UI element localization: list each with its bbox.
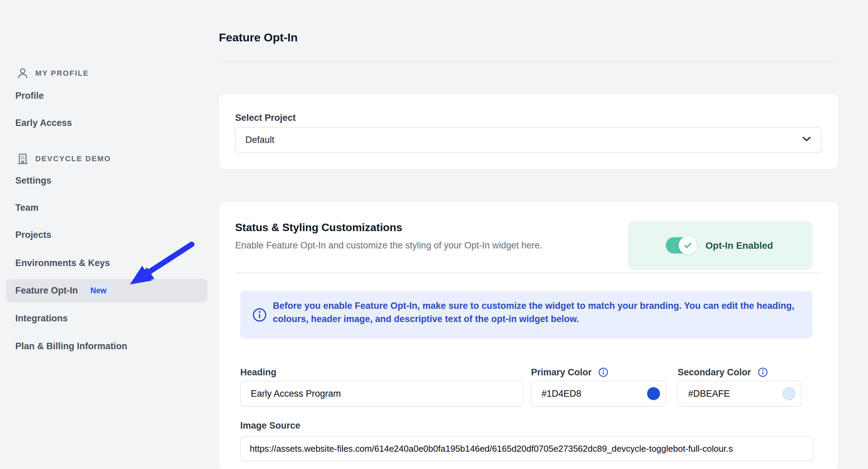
toggle-knob [679, 236, 697, 255]
main-content: Feature Opt-In Select Project Default St… [219, 0, 838, 469]
select-project-label: Select Project [235, 112, 296, 123]
sidebar-item-integrations[interactable]: Integrations [15, 312, 68, 325]
opt-in-status-panel: Opt-In Enabled [628, 221, 813, 270]
primary-color-value: #1D4ED8 [542, 389, 581, 399]
info-banner: Before you enable Feature Opt-In, make s… [240, 291, 812, 338]
header-divider [219, 61, 838, 62]
project-select[interactable]: Default [235, 127, 822, 152]
person-icon [18, 68, 28, 79]
sidebar-item-label: Feature Opt-In [15, 285, 78, 296]
status-styling-card: Status & Styling Customizations Enable F… [219, 202, 838, 469]
primary-color-input[interactable]: #1D4ED8 [531, 381, 666, 407]
image-source-input[interactable]: https://assets.website-files.com/614e240… [240, 436, 814, 461]
heading-input[interactable]: Early Access Program [240, 381, 523, 407]
sidebar-item-team[interactable]: Team [15, 201, 39, 214]
sidebar-item-plan-billing[interactable]: Plan & Billing Information [15, 339, 127, 353]
info-icon [252, 308, 267, 323]
heading-label-text: Heading [240, 367, 277, 377]
sidebar-item-early-access[interactable]: Early Access [15, 116, 72, 130]
info-icon[interactable] [758, 367, 768, 380]
secondary-color-input[interactable]: #DBEAFE [678, 381, 801, 407]
sidebar-item-settings[interactable]: Settings [15, 174, 52, 187]
card-divider [235, 273, 822, 273]
secondary-color-label: Secondary Color [678, 367, 768, 380]
sidebar-section-label: MY PROFILE [35, 69, 89, 78]
info-banner-text: Before you enable Feature Opt-In, make s… [273, 299, 801, 326]
chevron-down-icon [802, 136, 811, 144]
sidebar-item-profile[interactable]: Profile [15, 89, 44, 102]
primary-color-label: Primary Color [531, 367, 608, 380]
heading-input-value: Early Access Program [251, 389, 341, 399]
building-icon [18, 153, 28, 164]
opt-in-toggle-label: Opt-In Enabled [705, 221, 773, 270]
sidebar-section-my-profile: MY PROFILE [18, 67, 89, 80]
check-icon [684, 242, 692, 249]
secondary-color-swatch[interactable] [782, 387, 795, 400]
project-select-value: Default [245, 135, 275, 145]
opt-in-toggle[interactable] [666, 237, 696, 254]
status-card-subtitle: Enable Feature Opt-In and customize the … [235, 239, 542, 251]
sidebar-section-devcycle-demo: DEVCYCLE DEMO [18, 152, 111, 166]
select-project-card: Select Project Default [219, 94, 838, 169]
secondary-color-value: #DBEAFE [688, 389, 730, 399]
new-badge: New [85, 284, 112, 297]
sidebar-item-feature-opt-in[interactable]: Feature Opt-In New [6, 279, 207, 302]
primary-color-label-text: Primary Color [531, 367, 592, 377]
heading-label: Heading [240, 367, 277, 378]
primary-color-swatch[interactable] [647, 387, 660, 400]
secondary-color-label-text: Secondary Color [678, 367, 751, 377]
image-source-label: Image Source [240, 420, 300, 431]
status-card-title: Status & Styling Customizations [235, 220, 402, 234]
sidebar: MY PROFILE Profile Early Access DEVCYCLE… [0, 0, 217, 469]
image-source-value: https://assets.website-files.com/614e240… [250, 444, 733, 454]
sidebar-item-environments-keys[interactable]: Environments & Keys [15, 256, 110, 270]
sidebar-item-projects[interactable]: Projects [15, 228, 52, 242]
sidebar-section-label: DEVCYCLE DEMO [35, 154, 111, 163]
page-title: Feature Opt-In [219, 30, 298, 45]
info-icon[interactable] [598, 367, 608, 380]
